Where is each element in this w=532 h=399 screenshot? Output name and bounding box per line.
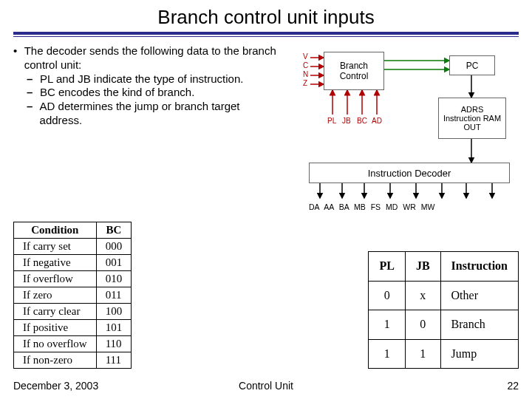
condition-table: ConditionBC If carry set000 If negative0… bbox=[13, 222, 132, 369]
table-cell: Branch bbox=[440, 310, 518, 340]
table-cell: 0 bbox=[369, 281, 405, 310]
footer-center: Control Unit bbox=[239, 380, 293, 392]
table-cell: 1 bbox=[369, 310, 405, 340]
table-cell: 1 bbox=[405, 339, 440, 369]
title-rule-thin bbox=[13, 36, 519, 37]
pljb-h3: Instruction bbox=[440, 252, 518, 282]
footer: December 3, 2003 Control Unit 22 bbox=[13, 380, 519, 392]
flag-z-label: Z bbox=[303, 79, 307, 87]
bullet-sub-3: AD determines the jump or branch target … bbox=[40, 100, 279, 128]
table-cell: 010 bbox=[96, 271, 132, 287]
table-cell: If negative bbox=[14, 255, 97, 271]
ram-name-label: Instruction RAM bbox=[443, 114, 501, 123]
sig-ad-label: AD bbox=[372, 117, 382, 125]
table-cell: 101 bbox=[96, 320, 132, 336]
table-cell: If zero bbox=[14, 287, 97, 304]
table-cell: If carry clear bbox=[14, 304, 97, 320]
pljb-h2: JB bbox=[405, 252, 440, 282]
cond-h1: Condition bbox=[14, 222, 97, 239]
table-cell: 1 bbox=[369, 339, 405, 369]
decoder-output-labels: DA AA BA MB FS MD WR MW bbox=[309, 202, 516, 211]
table-cell: x bbox=[405, 281, 440, 310]
cond-h2: BC bbox=[96, 222, 132, 239]
table-cell: If positive bbox=[14, 320, 97, 336]
sig-jb-label: JB bbox=[342, 117, 351, 125]
table-cell: 100 bbox=[96, 304, 132, 320]
bullet-sub-1: PL and JB indicate the type of instructi… bbox=[40, 72, 243, 86]
table-cell: 0 bbox=[405, 310, 440, 340]
bullet-main: The decoder sends the following data to … bbox=[24, 44, 279, 72]
table-cell: 111 bbox=[96, 352, 132, 369]
branch-control-label-1: Branch bbox=[340, 61, 368, 71]
flag-c-label: C bbox=[303, 61, 308, 69]
table-cell: Jump bbox=[440, 339, 518, 369]
table-cell: 011 bbox=[96, 287, 132, 304]
branch-control-box: Branch Control bbox=[324, 52, 384, 90]
table-cell: 110 bbox=[96, 336, 132, 352]
footer-date: December 3, 2003 bbox=[13, 380, 98, 392]
table-cell: If carry set bbox=[14, 239, 97, 255]
footer-page: 22 bbox=[507, 380, 519, 392]
ram-adrs-label: ADRS bbox=[461, 105, 484, 114]
pl-jb-table: PL JB Instruction 0xOther 10Branch 11Jum… bbox=[368, 251, 519, 369]
pc-box: PC bbox=[449, 55, 495, 75]
instruction-ram-box: ADRS Instruction RAM OUT bbox=[438, 98, 506, 139]
table-cell: Other bbox=[440, 281, 518, 310]
sig-pl-label: PL bbox=[327, 117, 336, 125]
title-rule bbox=[13, 32, 519, 35]
ram-out-label: OUT bbox=[463, 123, 480, 132]
bullet-text: •The decoder sends the following data to… bbox=[13, 44, 279, 192]
sig-bc-label: BC bbox=[357, 117, 367, 125]
branch-control-label-2: Control bbox=[340, 71, 369, 81]
table-cell: 000 bbox=[96, 239, 132, 255]
flag-v-label: V bbox=[303, 52, 308, 61]
table-cell: If no overflow bbox=[14, 336, 97, 352]
diagram-area: Branch Control PC ADRS Instruction RAM O… bbox=[279, 44, 516, 192]
table-cell: 001 bbox=[96, 255, 132, 271]
bullet-sub-2: BC encodes the kind of branch. bbox=[40, 86, 194, 100]
flag-n-label: N bbox=[303, 70, 308, 78]
table-cell: If overflow bbox=[14, 271, 97, 287]
table-cell: If non-zero bbox=[14, 352, 97, 369]
instruction-decoder-box: Instruction Decoder bbox=[309, 163, 510, 183]
page-title: Branch control unit inputs bbox=[0, 6, 532, 29]
pljb-h1: PL bbox=[369, 252, 405, 282]
